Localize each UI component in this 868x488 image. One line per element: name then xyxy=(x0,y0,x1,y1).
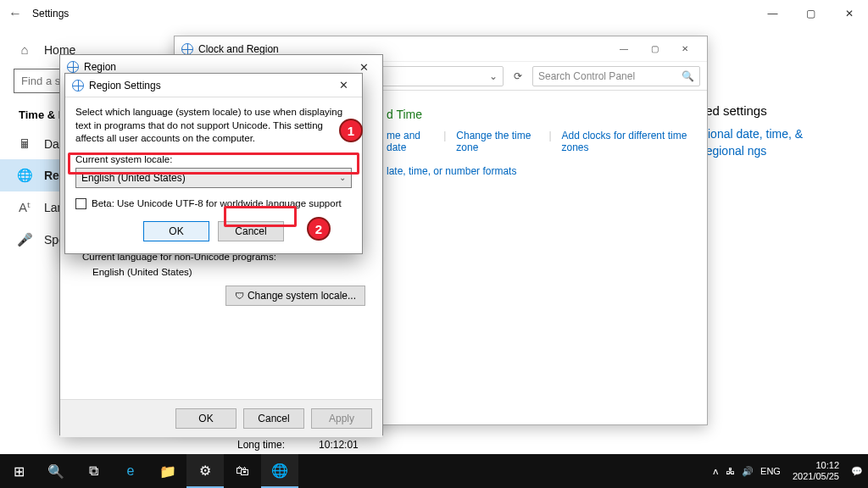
apply-button[interactable]: Apply xyxy=(311,408,372,429)
related-link[interactable]: itional date, time, & regional ngs xyxy=(702,126,846,159)
link-set-time-date[interactable]: me and date xyxy=(387,130,433,153)
date-time-heading[interactable]: d Time xyxy=(387,108,690,121)
close-button[interactable]: ✕ xyxy=(332,77,355,93)
checkbox-box xyxy=(75,198,86,209)
settings-titlebar: ← Settings — ▢ ✕ xyxy=(0,0,868,27)
related-heading: ted settings xyxy=(702,103,846,118)
taskbar: ⊞ 🔍 ⧉ e 📁 ⚙ 🛍 🌐 ʌ 🖧 🔊 ENG 10:12 2021/05/… xyxy=(0,454,868,488)
control-panel-icon xyxy=(181,43,193,55)
settings-title: Settings xyxy=(32,8,69,19)
task-view-button[interactable]: ⧉ xyxy=(75,454,112,488)
region-settings-titlebar[interactable]: Region Settings ✕ xyxy=(65,74,362,97)
tray-volume-icon[interactable]: 🔊 xyxy=(742,466,754,477)
close-button[interactable]: ✕ xyxy=(830,0,868,27)
taskbar-tray: ʌ 🖧 🔊 ENG 10:12 2021/05/25 💬 xyxy=(713,460,868,481)
start-button[interactable]: ⊞ xyxy=(0,454,37,488)
minimize-button[interactable]: — xyxy=(609,39,639,59)
minimize-button[interactable]: — xyxy=(754,0,792,27)
cancel-button[interactable]: Cancel xyxy=(218,221,284,241)
taskbar-app-control-panel[interactable]: 🌐 xyxy=(261,454,298,488)
ok-button[interactable]: OK xyxy=(175,408,236,429)
taskbar-app-settings[interactable]: ⚙ xyxy=(186,454,224,488)
region-icon xyxy=(67,61,79,73)
language-icon: Aᵗ xyxy=(17,200,32,215)
tray-network-icon[interactable]: 🖧 xyxy=(726,466,735,476)
control-panel-search[interactable]: Search Control Panel 🔍 xyxy=(532,66,700,86)
date-time-links: me and date| Change the time zone| Add c… xyxy=(387,130,690,153)
settings-window-buttons: — ▢ ✕ xyxy=(754,0,868,27)
maximize-button[interactable]: ▢ xyxy=(792,0,830,27)
cancel-button[interactable]: Cancel xyxy=(243,408,304,429)
long-time-row: Long time: 10:12:01 xyxy=(237,439,359,451)
maximize-button[interactable]: ▢ xyxy=(639,39,670,59)
chevron-down-icon: ⌄ xyxy=(339,173,346,182)
system-locale-combobox[interactable]: English (United States) ⌄ xyxy=(75,168,352,188)
change-system-locale-button[interactable]: Change system locale... xyxy=(225,286,365,306)
tray-language[interactable]: ENG xyxy=(760,466,781,476)
globe-icon: 🌐 xyxy=(17,168,32,183)
search-button[interactable]: 🔍 xyxy=(37,454,75,488)
link-change-timezone[interactable]: Change the time zone xyxy=(456,130,538,153)
back-icon[interactable]: ← xyxy=(8,6,32,21)
clock-icon: 🖩 xyxy=(17,136,32,151)
region-settings-dialog: Region Settings ✕ Select which language … xyxy=(64,73,363,254)
search-icon: 🔍 xyxy=(682,70,694,82)
region-settings-description: Select which language (system locale) to… xyxy=(75,106,352,146)
home-icon: ⌂ xyxy=(17,42,32,57)
related-settings: ted settings itional date, time, & regio… xyxy=(702,103,846,159)
taskbar-app-store[interactable]: 🛍 xyxy=(224,454,261,488)
current-locale-label: Current system locale: xyxy=(75,154,352,164)
tray-chevron-icon[interactable]: ʌ xyxy=(713,466,719,477)
beta-utf8-checkbox[interactable]: Beta: Use Unicode UTF-8 for worldwide la… xyxy=(75,198,352,209)
refresh-button[interactable]: ⟳ xyxy=(509,70,527,82)
link-additional-clocks[interactable]: Add clocks for different time zones xyxy=(562,130,690,153)
taskbar-clock[interactable]: 10:12 2021/05/25 xyxy=(787,460,844,481)
ok-button[interactable]: OK xyxy=(143,221,209,241)
region-dialog-footer: OK Cancel Apply xyxy=(60,399,382,437)
action-center-button[interactable]: 💬 xyxy=(851,466,863,477)
region-settings-icon xyxy=(72,80,84,92)
chevron-down-icon: ⌄ xyxy=(489,70,498,82)
taskbar-app-ie[interactable]: e xyxy=(112,454,149,488)
link-change-formats[interactable]: late, time, or number formats xyxy=(387,165,690,177)
taskbar-app-explorer[interactable]: 📁 xyxy=(149,454,186,488)
mic-icon: 🎤 xyxy=(17,232,32,247)
close-button[interactable]: ✕ xyxy=(670,39,700,59)
non-unicode-value: English (United States) xyxy=(92,267,370,277)
